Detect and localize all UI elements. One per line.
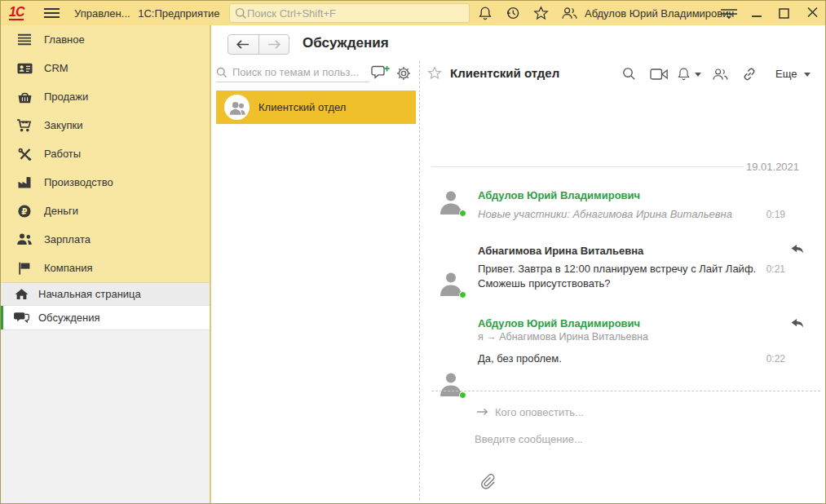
sidebar-item-dengi[interactable]: ₽ Деньги [1,197,210,225]
settings-gear-icon[interactable] [396,66,411,81]
notify-field[interactable]: Кого оповестить... [495,406,584,418]
online-indicator [459,291,466,298]
more-menu[interactable]: Еще [775,68,797,80]
app-title: 1С:Предприятие [138,7,219,20]
panel-divider [419,61,420,500]
video-call-icon[interactable] [650,69,669,80]
message-recipient: я → Абнагимова Ирина Витальевна [478,331,648,343]
app-window: 1С Управлен... 1С:Предприятие Абдулов Юр… [0,0,826,504]
production-factory-icon [15,176,34,188]
sidebar-item-proizvodstvo[interactable]: Производство [1,168,210,197]
sidebar-item-zarplata[interactable]: Зарплата [1,225,210,254]
notify-arrow-icon [476,408,488,416]
message-time: 0:22 [751,353,785,365]
company-flag-icon [15,262,34,275]
group-avatar [224,95,250,120]
discussions-search[interactable] [216,63,369,82]
purchases-cart-icon [15,119,34,132]
message-input[interactable] [475,433,744,445]
favorites-star-icon[interactable] [533,6,549,20]
back-button[interactable] [228,35,259,54]
chat-search-icon[interactable] [622,67,636,81]
message-time: 0:21 [751,263,785,275]
discussion-title: Клиентский отдел [258,101,346,113]
online-indicator [459,210,466,217]
sidebar-item-crm[interactable]: CRM [1,54,210,82]
sidebar-bottom: Начальная страница Обсуждения [1,282,210,504]
sidebar-item-kompaniya[interactable]: Компания [1,254,210,282]
message-body: Привет. Завтра в 12:00 планируем встречу… [478,262,778,291]
message-author[interactable]: Абдулов Юрий Владимирович [478,317,640,329]
page-title: Обсуждения [303,35,389,51]
global-search[interactable] [229,3,470,23]
sidebar-item-discussions[interactable]: Обсуждения [1,306,210,330]
chevron-down-icon[interactable] [695,73,701,77]
message-body: Новые участники: Абнагимова Ирина Виталь… [478,207,732,222]
1c-logo: 1С [9,5,24,20]
forward-button[interactable] [259,35,289,54]
online-indicator [459,391,466,399]
sidebar-item-raboty[interactable]: Работы [1,139,210,168]
service-menu-icon[interactable] [720,7,738,20]
discussion-list-item[interactable]: Клиентский отдел [216,91,416,124]
chat-bubbles-icon [12,312,30,324]
sidebar-item-zakupki[interactable]: Закупки [1,111,210,139]
current-user-name[interactable]: Абдулов Юрий Владимирович [585,7,734,20]
history-icon[interactable] [506,6,520,20]
works-tools-icon [15,148,34,161]
favorite-star-icon[interactable] [427,66,442,80]
avatar [438,371,465,398]
sidebar-item-home[interactable]: Начальная страница [1,282,210,306]
search-icon [216,67,227,78]
chat-notifications-icon[interactable] [677,67,691,81]
discussions-search-input[interactable] [232,66,369,78]
crm-icon [15,63,34,74]
attach-paperclip-icon[interactable] [478,472,497,491]
more-chevron-down-icon[interactable] [804,73,811,77]
avatar [438,271,465,298]
chat-title: Клиентский отдел [450,66,559,80]
reply-icon[interactable] [790,244,805,254]
search-icon [235,7,247,20]
active-indicator [1,306,3,329]
date-separator-line [431,166,744,167]
users-icon[interactable] [561,7,578,20]
svg-text:₽: ₽ [21,206,27,215]
menu-lines-icon [15,33,34,46]
history-nav [227,34,289,55]
money-ruble-icon: ₽ [15,205,34,218]
sidebar-item-prodazhi[interactable]: Продажи [1,82,210,111]
link-icon[interactable] [742,67,757,82]
date-separator: 19.01.2021 [746,161,799,173]
message-input-wrap [475,431,744,446]
global-search-input[interactable] [247,7,464,20]
main-menu-icon[interactable] [43,7,60,19]
message-time: 0:19 [751,209,785,220]
sidebar-divider [210,25,211,504]
notifications-bell-icon[interactable] [478,6,493,20]
salary-people-icon [15,233,34,245]
message-author[interactable]: Абнагимова Ирина Витальевна [478,245,643,257]
titlebar: 1С Управлен... 1С:Предприятие Абдулов Юр… [1,1,825,25]
sidebar-item-glavnoe[interactable]: Главное [1,25,210,54]
close-button[interactable] [806,6,819,21]
window-title: Управлен... [74,7,130,20]
message-body: Да, без проблем. [478,351,562,366]
home-icon [12,288,30,300]
reply-icon[interactable] [790,318,805,329]
minimize-button[interactable] [751,6,762,21]
sales-basket-icon [15,91,34,104]
new-discussion-icon[interactable] [371,65,391,81]
participants-icon[interactable] [712,68,729,81]
composer-separator [431,391,820,391]
avatar [438,189,465,216]
maximize-button[interactable] [779,7,789,21]
message-author[interactable]: Абдулов Юрий Владимирович [478,189,640,201]
